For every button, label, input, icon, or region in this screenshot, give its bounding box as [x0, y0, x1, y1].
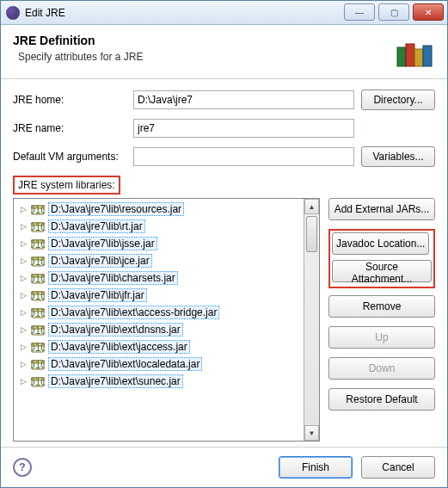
scrollbar[interactable]: ▲ ▼ [304, 199, 319, 441]
expand-icon[interactable]: ▷ [19, 239, 28, 248]
directory-button[interactable]: Directory... [361, 90, 435, 110]
expand-icon[interactable]: ▷ [19, 343, 28, 351]
expand-icon[interactable]: ▷ [19, 325, 28, 334]
scroll-down-button[interactable]: ▼ [304, 425, 319, 441]
svg-text:010: 010 [31, 342, 45, 353]
expand-icon[interactable]: ▷ [19, 377, 28, 386]
expand-icon[interactable]: ▷ [19, 256, 28, 265]
finish-button[interactable]: Finish [279, 456, 353, 479]
jar-path: D:\Java\jre7\lib\jce.jar [48, 254, 152, 268]
jar-path: D:\Java\jre7\lib\ext\jaccess.jar [48, 340, 190, 354]
minimize-button[interactable]: — [344, 3, 375, 21]
tree-item[interactable]: ▷010D:\Java\jre7\lib\jce.jar [14, 252, 304, 269]
svg-text:010: 010 [31, 256, 45, 267]
svg-text:010: 010 [31, 273, 45, 284]
svg-text:010: 010 [31, 376, 45, 387]
svg-text:010: 010 [31, 238, 45, 250]
svg-rect-3 [423, 46, 432, 66]
highlighted-buttons: Javadoc Location... Source Attachment... [328, 229, 435, 288]
svg-text:010: 010 [31, 204, 45, 215]
jar-icon: 010 [31, 375, 45, 387]
jar-icon: 010 [31, 306, 45, 318]
scroll-up-button[interactable]: ▲ [304, 199, 319, 214]
cancel-button[interactable]: Cancel [361, 456, 435, 479]
add-external-jars-button[interactable]: Add External JARs... [328, 198, 435, 220]
tree-item[interactable]: ▷010D:\Java\jre7\lib\resources.jar [14, 201, 304, 218]
svg-text:010: 010 [31, 290, 45, 301]
maximize-button[interactable]: ▢ [378, 3, 409, 21]
help-button[interactable]: ? [13, 458, 32, 477]
svg-text:010: 010 [31, 359, 45, 370]
expand-icon[interactable]: ▷ [19, 274, 28, 282]
svg-rect-2 [414, 49, 423, 66]
system-libraries-label: JRE system libraries: [13, 176, 120, 195]
jar-icon: 010 [31, 341, 45, 353]
remove-button[interactable]: Remove [328, 295, 435, 318]
tree-item[interactable]: ▷010D:\Java\jre7\lib\jfr.jar [14, 287, 304, 304]
eclipse-icon [6, 6, 20, 20]
variables-button[interactable]: Variables... [361, 146, 435, 167]
svg-rect-0 [397, 47, 406, 66]
jar-icon: 010 [31, 272, 45, 284]
vm-args-input[interactable] [133, 147, 354, 166]
tree-item[interactable]: ▷010D:\Java\jre7\lib\ext\access-bridge.j… [14, 304, 304, 321]
down-button[interactable]: Down [328, 357, 435, 380]
jre-name-input[interactable] [133, 119, 354, 138]
jre-home-label: JRE home: [13, 94, 133, 106]
expand-icon[interactable]: ▷ [19, 222, 28, 231]
source-attachment-button[interactable]: Source Attachment... [332, 260, 432, 282]
svg-text:010: 010 [31, 324, 45, 336]
header-hint: Specify attributes for a JRE [13, 51, 394, 63]
jar-path: D:\Java\jre7\lib\jfr.jar [48, 288, 147, 302]
scroll-thumb[interactable] [306, 216, 317, 252]
tree-item[interactable]: ▷010D:\Java\jre7\lib\charsets.jar [14, 269, 304, 287]
jar-path: D:\Java\jre7\lib\ext\dnsns.jar [48, 323, 183, 337]
svg-rect-1 [406, 44, 414, 66]
tree-item[interactable]: ▷010D:\Java\jre7\lib\jsse.jar [14, 235, 304, 252]
up-button[interactable]: Up [328, 326, 435, 349]
dialog-header: JRE Definition Specify attributes for a … [1, 25, 447, 79]
expand-icon[interactable]: ▷ [19, 308, 28, 317]
jar-path: D:\Java\jre7\lib\ext\localedata.jar [48, 357, 202, 371]
jar-path: D:\Java\jre7\lib\charsets.jar [48, 271, 178, 285]
svg-text:010: 010 [31, 221, 45, 232]
tree-item[interactable]: ▷010D:\Java\jre7\lib\rt.jar [14, 218, 304, 235]
expand-icon[interactable]: ▷ [19, 291, 28, 300]
jar-icon: 010 [31, 324, 45, 336]
jar-icon: 010 [31, 255, 45, 267]
jar-path: D:\Java\jre7\lib\rt.jar [48, 219, 145, 233]
tree-item[interactable]: ▷010D:\Java\jre7\lib\ext\jaccess.jar [14, 338, 304, 355]
window-title: Edit JRE [25, 7, 344, 19]
close-button[interactable]: ✕ [413, 3, 444, 21]
jar-path: D:\Java\jre7\lib\jsse.jar [48, 237, 157, 250]
tree-item[interactable]: ▷010D:\Java\jre7\lib\ext\sunec.jar [14, 373, 304, 390]
jar-icon: 010 [31, 238, 45, 250]
jar-path: D:\Java\jre7\lib\ext\sunec.jar [48, 374, 183, 388]
javadoc-location-button[interactable]: Javadoc Location... [332, 232, 429, 255]
restore-default-button[interactable]: Restore Default [328, 388, 435, 411]
libraries-tree[interactable]: ▷010D:\Java\jre7\lib\resources.jar▷010D:… [13, 198, 320, 442]
expand-icon[interactable]: ▷ [19, 205, 28, 213]
header-title: JRE Definition [13, 34, 394, 47]
jar-path: D:\Java\jre7\lib\resources.jar [48, 202, 184, 216]
title-bar[interactable]: Edit JRE — ▢ ✕ [1, 1, 447, 25]
library-icon [394, 34, 435, 70]
tree-item[interactable]: ▷010D:\Java\jre7\lib\ext\localedata.jar [14, 355, 304, 373]
expand-icon[interactable]: ▷ [19, 360, 28, 368]
jar-icon: 010 [31, 289, 45, 301]
vm-args-label: Default VM arguments: [13, 151, 133, 163]
jre-home-input[interactable] [133, 90, 354, 109]
jar-icon: 010 [31, 358, 45, 370]
jar-icon: 010 [31, 203, 45, 215]
jar-icon: 010 [31, 220, 45, 232]
tree-item[interactable]: ▷010D:\Java\jre7\lib\ext\dnsns.jar [14, 321, 304, 338]
edit-jre-dialog: Edit JRE — ▢ ✕ JRE Definition Specify at… [0, 0, 448, 488]
jar-path: D:\Java\jre7\lib\ext\access-bridge.jar [48, 306, 219, 319]
jre-name-label: JRE name: [13, 122, 133, 134]
svg-text:010: 010 [31, 307, 45, 318]
